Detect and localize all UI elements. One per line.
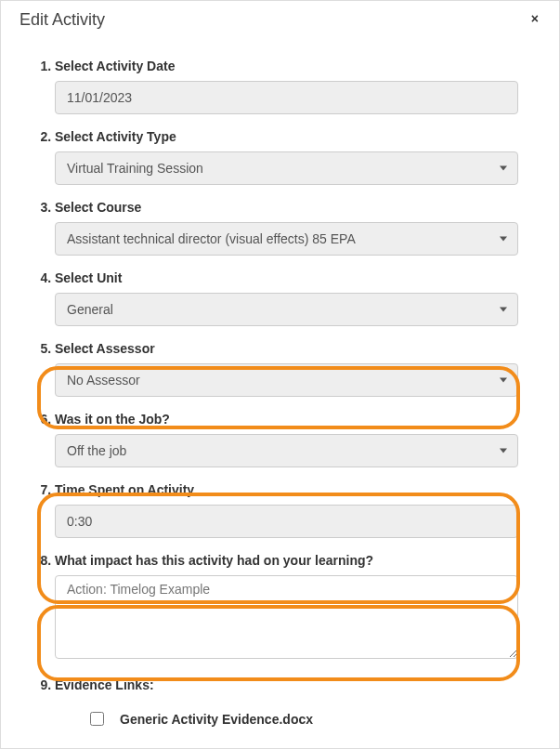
- modal-title: Edit Activity: [20, 10, 105, 30]
- select-assessor[interactable]: No Assessor: [55, 363, 518, 397]
- input-time-spent[interactable]: [55, 505, 518, 538]
- field-on-the-job: Was it on the Job? Off the job: [55, 412, 522, 467]
- select-course[interactable]: Assistant technical director (visual eff…: [55, 222, 518, 256]
- edit-activity-modal: Edit Activity × Select Activity Date Sel…: [0, 0, 560, 749]
- select-on-the-job[interactable]: Off the job: [55, 434, 518, 467]
- label-impact: What impact has this activity had on you…: [55, 553, 518, 568]
- label-course: Select Course: [55, 200, 518, 215]
- label-assessor: Select Assessor: [55, 341, 518, 356]
- label-on-the-job: Was it on the Job?: [55, 412, 518, 427]
- field-course: Select Course Assistant technical direct…: [55, 200, 522, 256]
- textarea-impact[interactable]: [55, 575, 518, 659]
- modal-header: Edit Activity ×: [1, 1, 559, 33]
- field-unit: Select Unit General: [55, 270, 522, 326]
- select-unit[interactable]: General: [55, 293, 518, 326]
- field-time-spent: Time Spent on Activity: [55, 482, 522, 538]
- evidence-checkbox[interactable]: [90, 712, 104, 726]
- label-activity-type: Select Activity Type: [55, 129, 518, 144]
- input-activity-date[interactable]: [55, 81, 518, 114]
- evidence-row: Generic Activity Evidence.docx: [55, 700, 518, 731]
- modal-body[interactable]: Select Activity Date Select Activity Typ…: [20, 47, 542, 731]
- field-assessor: Select Assessor No Assessor: [55, 341, 522, 397]
- field-activity-date: Select Activity Date: [55, 59, 522, 114]
- label-time-spent: Time Spent on Activity: [55, 482, 518, 497]
- label-activity-date: Select Activity Date: [55, 59, 518, 73]
- select-activity-type[interactable]: Virtual Training Session: [55, 151, 518, 185]
- close-icon[interactable]: ×: [526, 10, 544, 27]
- field-activity-type: Select Activity Type Virtual Training Se…: [55, 129, 522, 185]
- label-evidence: Evidence Links:: [55, 677, 518, 692]
- field-evidence: Evidence Links: Generic Activity Evidenc…: [55, 677, 522, 731]
- evidence-file-name: Generic Activity Evidence.docx: [120, 712, 313, 727]
- form-list: Select Activity Date Select Activity Typ…: [20, 47, 533, 731]
- field-impact: What impact has this activity had on you…: [55, 553, 522, 663]
- label-unit: Select Unit: [55, 270, 518, 285]
